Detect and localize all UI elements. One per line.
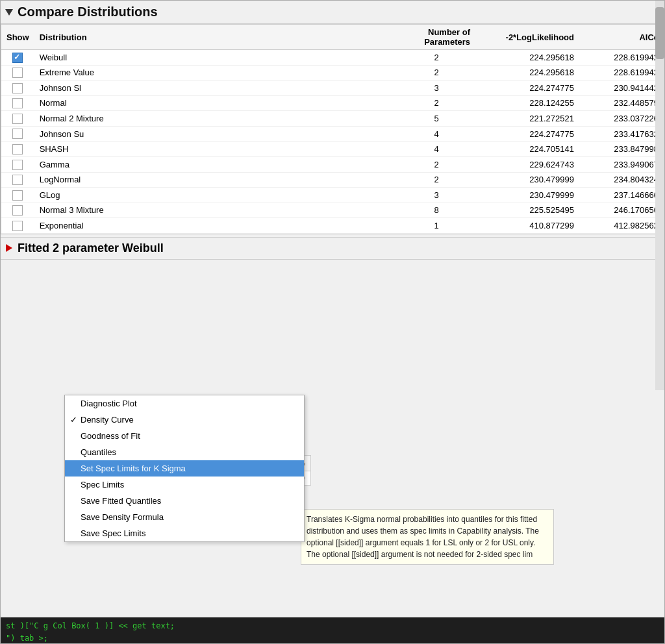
scrollbar-thumb[interactable]: [655, 7, 664, 59]
num-params: 2: [397, 156, 475, 172]
menu-item-goodness-of-fit[interactable]: Goodness of Fit: [65, 428, 304, 444]
show-checkbox[interactable]: [12, 129, 23, 139]
table-row[interactable]: GLog3230.479999237.146666: [1, 188, 664, 203]
table-row[interactable]: Exponential1410.877299412.982562: [1, 218, 664, 234]
table-row[interactable]: Normal 2 Mixture5221.272521233.037226: [1, 111, 664, 127]
loglikelihood-value: 410.877299: [475, 218, 579, 234]
table-row[interactable]: Normal2228.124255232.448579: [1, 95, 664, 111]
show-checkbox-cell[interactable]: [1, 126, 34, 142]
distribution-name: Johnson Su: [34, 126, 397, 142]
show-checkbox-cell[interactable]: [1, 65, 34, 80]
context-dropdown-menu: Diagnostic Plot Density Curve Goodness o…: [64, 395, 305, 542]
distribution-name: Normal 2 Mixture: [34, 111, 397, 127]
num-params: 3: [397, 80, 475, 96]
loglikelihood-value: 221.272521: [475, 111, 579, 127]
aicc-value: 230.941442: [579, 80, 664, 96]
aicc-value: 228.619942: [579, 65, 664, 80]
show-checkbox[interactable]: [12, 190, 23, 201]
table-row[interactable]: SHASH4224.705141233.847998: [1, 142, 664, 157]
distribution-name: Weibull: [34, 50, 397, 66]
show-checkbox[interactable]: [12, 221, 23, 231]
show-checkbox[interactable]: [12, 68, 23, 78]
collapse-triangle-icon[interactable]: [5, 9, 13, 16]
distribution-name: Extreme Value: [34, 65, 397, 80]
num-params: 2: [397, 172, 475, 188]
show-checkbox-cell[interactable]: [1, 95, 34, 111]
show-checkbox-cell[interactable]: [1, 156, 34, 172]
distribution-name: SHASH: [34, 142, 397, 157]
table-row[interactable]: Gamma2229.624743233.949067: [1, 156, 664, 172]
aicc-value: 412.982562: [579, 218, 664, 234]
script-line-1: st )["C g Col Box( 1 )] << get text;: [6, 620, 659, 632]
distribution-name: GLog: [34, 188, 397, 203]
menu-item-quantiles[interactable]: Quantiles: [65, 444, 304, 460]
aicc-value: 233.949067: [579, 156, 664, 172]
tooltip-text: Translates K-Sigma normal probabilities …: [307, 515, 539, 559]
distribution-name: Gamma: [34, 156, 397, 172]
table-row[interactable]: Johnson Su4224.274775233.417632: [1, 126, 664, 142]
fitted-section-header: Fitted 2 parameter Weibull: [1, 237, 664, 260]
show-checkbox-cell[interactable]: [1, 142, 34, 157]
show-checkbox[interactable]: [12, 175, 23, 185]
show-checkbox[interactable]: [12, 53, 23, 63]
table-row[interactable]: Extreme Value2224.295618228.619942: [1, 65, 664, 80]
num-params: 2: [397, 95, 475, 111]
aicc-value: 232.448579: [579, 95, 664, 111]
menu-item-set-spec-limits[interactable]: Set Spec Limits for K Sigma: [65, 460, 304, 477]
menu-item-density-curve[interactable]: Density Curve: [65, 412, 304, 428]
loglikelihood-value: 224.295618: [475, 65, 579, 80]
fitted-collapse-icon[interactable]: [6, 244, 12, 252]
script-console: st )["C g Col Box( 1 )] << get text; ") …: [1, 617, 664, 643]
loglik-column-header: -2*LogLikelihood: [475, 25, 579, 50]
menu-item-save-fitted-quantiles[interactable]: Save Fitted Quantiles: [65, 493, 304, 509]
menu-item-save-spec-limits[interactable]: Save Spec Limits: [65, 525, 304, 541]
show-checkbox[interactable]: [12, 205, 23, 216]
loglikelihood-value: 225.525495: [475, 203, 579, 218]
num-params: 2: [397, 50, 475, 66]
show-checkbox-cell[interactable]: [1, 203, 34, 218]
table-row[interactable]: Normal 3 Mixture8225.525495246.170656: [1, 203, 664, 218]
aicc-value: 228.619942: [579, 50, 664, 66]
aicc-value: 233.847998: [579, 142, 664, 157]
script-line-2: ") tab >;: [6, 632, 659, 644]
show-checkbox-cell[interactable]: [1, 50, 34, 66]
aicc-value: 237.146666: [579, 188, 664, 203]
params-column-header: Number ofParameters: [397, 25, 475, 50]
aicc-value: 233.037226: [579, 111, 664, 127]
loglikelihood-value: 224.274775: [475, 126, 579, 142]
distribution-name: Normal: [34, 95, 397, 111]
section-title: Compare Distributions: [18, 5, 158, 19]
num-params: 3: [397, 188, 475, 203]
table-row[interactable]: LogNormal2230.479999234.804324: [1, 172, 664, 188]
loglikelihood-value: 230.479999: [475, 188, 579, 203]
show-checkbox-cell[interactable]: [1, 111, 34, 127]
show-checkbox[interactable]: [12, 144, 23, 155]
show-checkbox-cell[interactable]: [1, 80, 34, 96]
menu-item-diagnostic-plot[interactable]: Diagnostic Plot: [65, 395, 304, 412]
show-checkbox[interactable]: [12, 160, 23, 170]
show-checkbox-cell[interactable]: [1, 188, 34, 203]
num-params: 8: [397, 203, 475, 218]
aicc-value: 233.417632: [579, 126, 664, 142]
show-checkbox[interactable]: [12, 114, 23, 124]
distribution-name: LogNormal: [34, 172, 397, 188]
loglikelihood-value: 224.295618: [475, 50, 579, 66]
scrollbar[interactable]: [655, 1, 664, 390]
show-checkbox-cell[interactable]: [1, 172, 34, 188]
menu-item-spec-limits[interactable]: Spec Limits: [65, 477, 304, 493]
show-checkbox[interactable]: [12, 83, 23, 93]
num-params: 5: [397, 111, 475, 127]
fitted-section-title: Fitted 2 parameter Weibull: [18, 242, 164, 255]
distributions-table: Show Distribution Number ofParameters -2…: [1, 25, 664, 234]
num-params: 4: [397, 142, 475, 157]
loglikelihood-value: 228.124255: [475, 95, 579, 111]
show-checkbox-cell[interactable]: [1, 218, 34, 234]
table-row[interactable]: Johnson Sl3224.274775230.941442: [1, 80, 664, 96]
menu-item-save-density-formula[interactable]: Save Density Formula: [65, 509, 304, 525]
distribution-name: Johnson Sl: [34, 80, 397, 96]
show-checkbox[interactable]: [12, 98, 23, 108]
num-params: 2: [397, 65, 475, 80]
table-row[interactable]: Weibull2224.295618228.619942: [1, 50, 664, 66]
distribution-name: Exponential: [34, 218, 397, 234]
aicc-column-header: AICc: [579, 25, 664, 50]
